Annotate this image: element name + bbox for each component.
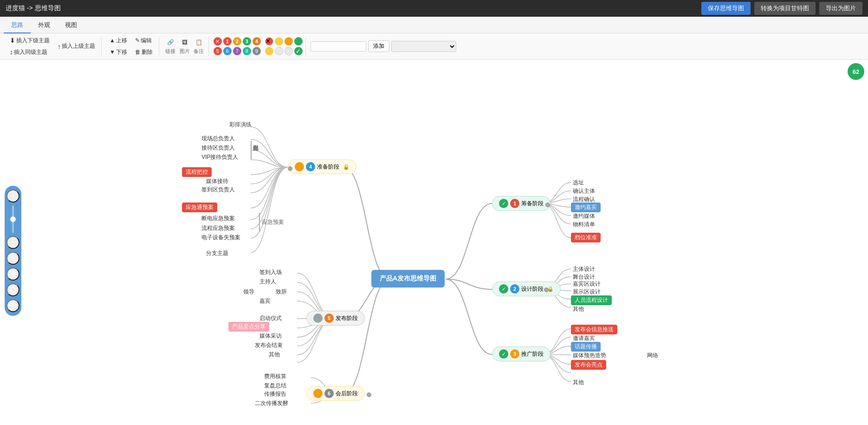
leaf-duandian[interactable]: 断电应急预案 xyxy=(200,214,237,223)
save-mindmap-button[interactable]: 保存思维导图 xyxy=(701,2,751,15)
collapse-zhunBei[interactable] xyxy=(288,166,292,171)
insert-sibling-button[interactable]: ↕ 插入同级主题 xyxy=(6,47,53,58)
leaf-yingji-tongyu[interactable]: 应急通预案 xyxy=(182,203,217,212)
leaf-vip-fuzeren[interactable]: VIP接待负责人 xyxy=(200,152,240,162)
tab-shitu[interactable]: 视图 xyxy=(58,17,84,33)
zoom-slider[interactable] xyxy=(12,205,14,233)
move-button[interactable]: ✥ xyxy=(6,268,19,281)
stage-huiHou[interactable]: 6 会后阶段 xyxy=(306,386,365,401)
insert-parent-button[interactable]: ↑ 插入上级主题 xyxy=(54,41,98,52)
leaf-meiti-yure[interactable]: 媒体预热造势 xyxy=(571,351,608,360)
leaf-lingdao[interactable]: 领导 xyxy=(241,287,256,297)
leaf-liucheng-control[interactable]: 流程把控 xyxy=(182,167,212,177)
leaf-zhuchiren[interactable]: 主持人 xyxy=(258,277,278,287)
leaf-caipai[interactable]: 彩排演练 xyxy=(227,120,253,130)
category-select[interactable] xyxy=(391,41,456,52)
leaf-qiandao-fuzeren[interactable]: 签到区负责人 xyxy=(200,185,237,195)
leaf-huatichuanbo[interactable]: 话题传播 xyxy=(571,342,601,352)
mindmap-canvas[interactable]: 产品A发布思维导图 ✓ 1 筹备阶段 ✓ 2 设计阶段 🔒 ✓ 3 推广阶段 xyxy=(0,59,868,425)
leaf-jiedai-fuzeren[interactable]: 接待区负责人 xyxy=(200,143,237,153)
leaf-yaoyjiabin-highlight: 邀约嘉宾 xyxy=(571,203,601,212)
export-image-button[interactable]: 导出为图片 xyxy=(819,2,862,15)
collapse-sheJi[interactable] xyxy=(544,288,549,292)
leaf-zhici[interactable]: 致辞 xyxy=(274,287,289,297)
status-red-x[interactable]: ✕ xyxy=(214,37,222,46)
move-down-button[interactable]: ▼ 下移 xyxy=(106,47,130,58)
stage-tuiGuang[interactable]: ✓ 3 推广阶段 xyxy=(492,347,551,361)
status-teal-8[interactable]: 8 xyxy=(243,47,251,55)
stage-zhunBei[interactable]: 4 准备阶段 🔒 xyxy=(288,159,356,174)
tab-silu[interactable]: 思路 xyxy=(4,17,31,33)
leaf-qita-sheji[interactable]: 其他 xyxy=(571,304,586,314)
stage-sheJi[interactable]: ✓ 2 设计阶段 🔒 xyxy=(492,281,561,296)
status-orange-4[interactable]: 4 xyxy=(253,37,261,46)
leaf-dangangzhun-highlight: 档位准准 xyxy=(571,233,601,242)
color-orange[interactable] xyxy=(285,37,293,46)
search-input[interactable] xyxy=(311,41,366,52)
arrow-down-icon: ▼ xyxy=(110,49,115,55)
collapse-chouBei[interactable] xyxy=(545,203,550,207)
status-gray-9[interactable]: 9 xyxy=(253,47,261,55)
status-blue-6[interactable]: 6 xyxy=(223,47,232,55)
status-red-5[interactable]: 5 xyxy=(214,47,222,55)
leaf-chanpin-maidian[interactable]: 产品卖点分享 xyxy=(228,322,269,332)
leaf-feiyong-hesuan[interactable]: 费用核算 xyxy=(262,372,288,381)
zoom-reset-button[interactable]: ⊙ xyxy=(6,252,19,265)
leaf-qita-tuiguang[interactable]: 其他 xyxy=(571,378,586,387)
edit-button[interactable]: ✎ 编辑 xyxy=(132,35,156,46)
color-check[interactable]: ✓ xyxy=(294,47,303,55)
image-button[interactable]: 🖼 xyxy=(179,38,191,47)
leaf-dangangzhun[interactable]: 档位准准 xyxy=(571,233,601,242)
zoom-in-button[interactable]: + xyxy=(6,190,19,203)
leaf-fenzhi[interactable]: 分支主题 xyxy=(204,248,230,258)
leaf-liucheng-control-highlight: 流程把控 xyxy=(182,167,212,177)
leaf-dianzishebei[interactable]: 电子设备失预案 xyxy=(200,233,242,242)
leaf-wuliaoqingdan[interactable]: 物料清单 xyxy=(571,220,597,229)
color-red-x[interactable]: ✕ xyxy=(265,37,273,46)
status-red-1[interactable]: 1 xyxy=(223,37,232,46)
delete-button[interactable]: 🗑 删除 xyxy=(132,47,156,58)
collapse-huiHou[interactable] xyxy=(367,392,371,397)
color-yellow[interactable] xyxy=(275,37,283,46)
leaf-xianchang-fuzeren[interactable]: 现场总负责人 xyxy=(200,134,237,144)
select-button[interactable]: ⬡ xyxy=(6,283,19,296)
status-group: ✕ 1 2 3 4 5 6 7 8 9 ✕ xyxy=(211,37,306,56)
insert-parent-icon: ↑ xyxy=(58,43,61,50)
add-button[interactable]: 添加 xyxy=(368,40,389,52)
leaf-erci-chuanbo[interactable]: 二次传播发酵 xyxy=(253,399,290,408)
leaf-qita-fabu[interactable]: 其他 xyxy=(267,350,282,360)
leaf-wangluo[interactable]: 网络 xyxy=(645,351,660,360)
stage4-num-badge: 4 xyxy=(306,162,315,171)
note-button[interactable]: 📋 xyxy=(192,38,206,47)
link-button[interactable]: 🔗 xyxy=(164,38,177,47)
leaf-qiandao-ruchang[interactable]: 签到入场 xyxy=(258,268,284,277)
leaf-yaoyjiabin[interactable]: 邀约嘉宾 xyxy=(571,203,601,212)
leaf-jiabin-fabu[interactable]: 嘉宾 xyxy=(258,296,272,306)
color-yellow2[interactable] xyxy=(265,47,273,55)
status-purple-7[interactable]: 7 xyxy=(233,47,241,55)
status-green-3[interactable]: 3 xyxy=(243,37,251,46)
insert-child-button[interactable]: ⬇ 插入下级主题 xyxy=(6,35,53,46)
leaf-renyuansheji[interactable]: 人员流程设计 xyxy=(571,295,612,305)
stage2-check-icon: ✓ xyxy=(499,284,508,294)
leaf-meiti-caifang[interactable]: 媒体采访 xyxy=(258,331,284,341)
leaf-fabuhui-liangdian[interactable]: 发布会亮点 xyxy=(571,360,606,370)
stage1-check-icon: ✓ xyxy=(499,199,508,208)
stage-fabu[interactable]: 5 发布阶段 xyxy=(306,311,365,326)
color-green[interactable] xyxy=(294,37,303,46)
leaf-liucheng-yingji[interactable]: 流程应急预案 xyxy=(200,223,237,233)
leaf-chuanbo-baogao[interactable]: 传播报告 xyxy=(262,389,288,399)
eye-button[interactable]: 👁 xyxy=(6,299,19,312)
color-empty[interactable] xyxy=(275,47,283,55)
zoom-out-button[interactable]: − xyxy=(6,236,19,249)
color-empty2[interactable] xyxy=(285,47,293,55)
stage-chouBei[interactable]: ✓ 1 筹备阶段 xyxy=(492,196,551,211)
app-header: 进度猫 -> 思维导图 保存思维导图 转换为项目甘特图 导出为图片 xyxy=(0,0,868,17)
convert-gantt-button[interactable]: 转换为项目甘特图 xyxy=(754,2,816,15)
tab-waiguan[interactable]: 外观 xyxy=(31,17,58,33)
center-node[interactable]: 产品A发布思维导图 xyxy=(371,270,445,288)
status-orange-2[interactable]: 2 xyxy=(233,37,241,46)
leaf-fabuhui-jieshu[interactable]: 发布会结束 xyxy=(253,340,285,350)
move-up-button[interactable]: ▲ 上移 xyxy=(106,35,130,46)
leaf-fabuhui-info[interactable]: 发布会信息推送 xyxy=(571,325,617,334)
